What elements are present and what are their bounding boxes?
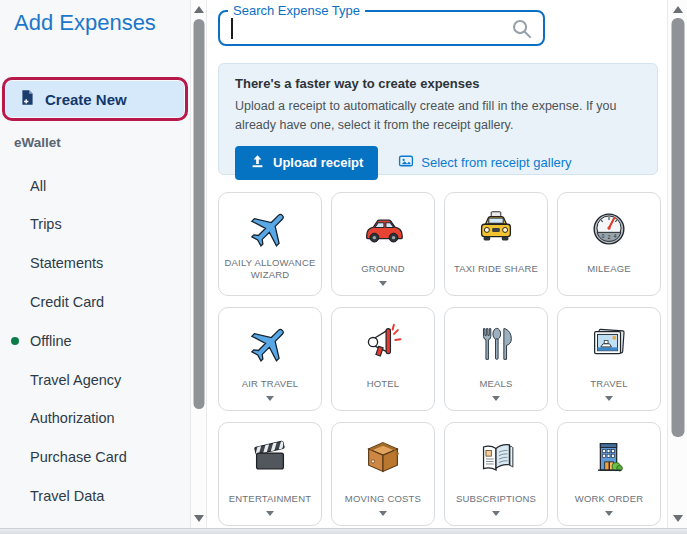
expense-tile-label: SUBSCRIPTIONS bbox=[456, 487, 536, 511]
utensils-icon bbox=[473, 316, 519, 372]
window-bottom-edge bbox=[0, 528, 687, 534]
sidebar-item-statements[interactable]: Statements bbox=[0, 244, 188, 283]
expense-tile-label: MEALS bbox=[479, 372, 512, 396]
image-gallery-icon bbox=[398, 153, 414, 172]
svg-text:0: 0 bbox=[602, 234, 605, 239]
expense-tile-label: GROUND bbox=[361, 257, 404, 281]
search-input[interactable] bbox=[220, 12, 543, 44]
search-icon[interactable] bbox=[510, 17, 533, 44]
expense-tile-meals[interactable]: MEALS bbox=[444, 307, 548, 411]
sidebar-item-all[interactable]: All bbox=[0, 166, 188, 205]
sidebar-item-offline[interactable]: Offline bbox=[0, 321, 188, 360]
sidebar-item-trips[interactable]: Trips bbox=[0, 205, 188, 244]
photo-icon bbox=[586, 316, 632, 372]
expense-tile-travel[interactable]: TRAVEL bbox=[557, 307, 661, 411]
upload-icon bbox=[250, 154, 265, 172]
chevron-down-icon[interactable] bbox=[266, 511, 274, 521]
expense-tile-subscriptions[interactable]: SUBSCRIPTIONS bbox=[444, 422, 548, 526]
chevron-down-shape bbox=[492, 396, 500, 401]
expense-tile-label: TAXI RIDE SHARE bbox=[454, 257, 538, 281]
main-content: Search Expense Type There's a faster way… bbox=[208, 0, 667, 528]
sidebar-item-create-new[interactable]: Create New bbox=[6, 81, 184, 117]
page-title: Add Expenses bbox=[14, 10, 156, 36]
sidebar-item-label: Travel Agency bbox=[30, 372, 121, 388]
scroll-up-arrow-icon[interactable] bbox=[673, 6, 683, 13]
expense-tile-air-travel[interactable]: AIR TRAVEL bbox=[218, 307, 322, 411]
offline-status-dot bbox=[11, 337, 19, 345]
expense-tile-daily-allowance-wizard[interactable]: DAILY ALLOWANCE WIZARD bbox=[218, 192, 322, 296]
airplane-icon bbox=[248, 201, 292, 257]
expense-tile-label: ENTERTAINMENT bbox=[229, 487, 311, 511]
chevron-down-icon[interactable] bbox=[379, 281, 387, 291]
scroll-up-arrow-icon[interactable] bbox=[194, 6, 204, 13]
scroll-down-arrow-icon[interactable] bbox=[194, 515, 204, 522]
main-scrollbar bbox=[667, 0, 687, 528]
upload-receipt-label: Upload receipt bbox=[273, 155, 363, 170]
svg-text:2: 2 bbox=[608, 235, 611, 240]
expense-tile-hotel[interactable]: HOTEL bbox=[331, 307, 435, 411]
sidebar-item-purchase-card[interactable]: Purchase Card bbox=[0, 438, 188, 477]
sidebar-scrollbar-thumb[interactable] bbox=[193, 19, 204, 409]
chevron-down-shape bbox=[605, 511, 613, 516]
chevron-down-shape bbox=[492, 511, 500, 516]
chevron-down-shape bbox=[266, 396, 274, 401]
banner-body: Upload a receipt to automatically create… bbox=[235, 97, 641, 135]
upload-receipt-button[interactable]: Upload receipt bbox=[235, 146, 378, 180]
search-expense-type-field[interactable]: Search Expense Type bbox=[218, 10, 545, 46]
chevron-down-shape bbox=[379, 281, 387, 286]
expense-tile-label: TRAVEL bbox=[590, 372, 627, 396]
sidebar-item-travel-data[interactable]: Travel Data bbox=[0, 476, 188, 515]
sidebar-item-label: Offline bbox=[30, 333, 72, 349]
megaphone-icon bbox=[360, 316, 406, 372]
expense-tile-work-order[interactable]: WORK ORDER bbox=[557, 422, 661, 526]
faster-way-banner: There's a faster way to create expenses … bbox=[218, 63, 658, 175]
text-caret bbox=[231, 18, 233, 39]
add-expenses-panel: Add Expenses Create New eWallet AllTrips… bbox=[0, 0, 687, 534]
gallery-link-label: Select from receipt gallery bbox=[421, 155, 571, 170]
sidebar-item-label: Authorization bbox=[30, 410, 115, 426]
sidebar-item-authorization[interactable]: Authorization bbox=[0, 399, 188, 438]
scroll-down-arrow-icon[interactable] bbox=[673, 515, 683, 522]
chevron-down-icon[interactable] bbox=[492, 511, 500, 521]
chevron-down-shape bbox=[266, 511, 274, 516]
sidebar: Add Expenses Create New eWallet AllTrips… bbox=[0, 0, 190, 528]
chevron-down-shape bbox=[379, 511, 387, 516]
annotation-highlight-box: Create New bbox=[2, 77, 188, 121]
sidebar-item-label: Credit Card bbox=[30, 294, 104, 310]
chevron-down-icon[interactable] bbox=[266, 396, 274, 406]
expense-tile-ground[interactable]: GROUND bbox=[331, 192, 435, 296]
sidebar-section-ewallet: eWallet bbox=[14, 135, 61, 150]
sidebar-item-travel-agency[interactable]: Travel Agency bbox=[0, 360, 188, 399]
sidebar-item-label: Statements bbox=[30, 255, 103, 271]
chevron-down-icon[interactable] bbox=[492, 396, 500, 406]
expense-tile-label: HOTEL bbox=[367, 372, 400, 396]
expense-tile-label: MILEAGE bbox=[587, 257, 631, 281]
expense-tile-mileage[interactable]: 024MILEAGE bbox=[557, 192, 661, 296]
sidebar-scrollbar bbox=[190, 0, 207, 528]
chevron-down-shape bbox=[605, 396, 613, 401]
sidebar-item-credit-card[interactable]: Credit Card bbox=[0, 282, 188, 321]
airplane-icon bbox=[248, 316, 292, 372]
expense-tile-label: MOVING COSTS bbox=[345, 487, 421, 511]
banner-title: There's a faster way to create expenses bbox=[235, 76, 641, 91]
main-scrollbar-thumb[interactable] bbox=[671, 18, 684, 437]
expense-tile-label: AIR TRAVEL bbox=[242, 372, 299, 396]
expense-tile-entertainment[interactable]: ENTERTAINMENT bbox=[218, 422, 322, 526]
svg-text:4: 4 bbox=[614, 234, 617, 239]
sidebar-item-label: Purchase Card bbox=[30, 449, 127, 465]
expense-tile-moving-costs[interactable]: MOVING COSTS bbox=[331, 422, 435, 526]
building-icon bbox=[586, 431, 632, 487]
car-icon bbox=[360, 201, 406, 257]
sidebar-item-label: Trips bbox=[30, 216, 62, 232]
speedometer-icon: 024 bbox=[586, 201, 632, 257]
chevron-down-icon[interactable] bbox=[379, 511, 387, 521]
taxi-icon bbox=[473, 201, 519, 257]
select-from-gallery-link[interactable]: Select from receipt gallery bbox=[398, 153, 571, 172]
expense-type-grid: DAILY ALLOWANCE WIZARDGROUNDTAXI RIDE SH… bbox=[218, 192, 661, 526]
expense-tile-taxi-ride-share[interactable]: TAXI RIDE SHARE bbox=[444, 192, 548, 296]
chevron-down-icon[interactable] bbox=[605, 511, 613, 521]
chevron-down-icon[interactable] bbox=[605, 396, 613, 406]
document-plus-icon bbox=[19, 89, 36, 110]
sidebar-item-label: Create New bbox=[45, 91, 127, 108]
expense-tile-label: WORK ORDER bbox=[575, 487, 644, 511]
